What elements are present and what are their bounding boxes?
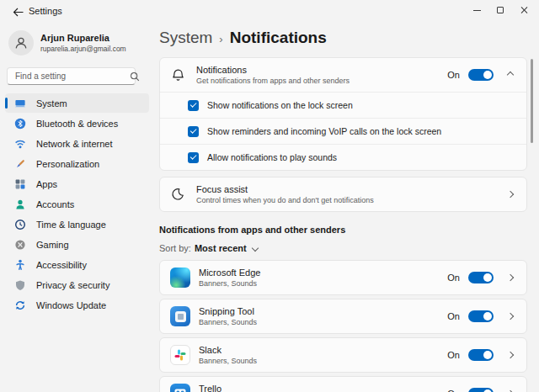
option-row-play-sounds[interactable]: Allow notifications to play sounds [160,144,526,170]
toggle-knob [483,351,492,359]
sidebar-item-personalization[interactable]: Personalization [5,154,149,173]
page-title: Notifications [230,29,327,47]
sidebar-item-time-language[interactable]: Time & language [5,215,149,234]
sidebar: Arjun Ruparelia ruparelia.arjun@gmail.co… [0,25,154,392]
apps-section-header: Notifications from apps and other sender… [159,225,527,235]
app-name: Slack [199,345,447,355]
chevron-right-icon [507,274,514,281]
gaming-icon [14,239,26,251]
notifications-text: Notifications Get notifications from app… [196,65,447,85]
sidebar-item-label: Apps [36,179,57,189]
app-text: Microsoft Edge Banners, Sounds [199,268,447,288]
privacy-icon [14,279,26,291]
maximize-button[interactable] [488,0,512,20]
navigate-button[interactable] [504,275,516,280]
minimize-icon [473,10,481,11]
time-language-icon [14,219,26,230]
search-icon[interactable] [130,72,140,82]
checkbox-reminders-voip[interactable] [188,126,199,137]
chevron-right-icon [507,313,514,320]
edge-toggle[interactable] [468,272,494,283]
option-label: Show reminders and incoming VoIP calls o… [207,126,441,136]
app-text: Snipping Tool Banners, Sounds [199,306,447,326]
app-row-snipping-tool[interactable]: Snipping Tool Banners, Sounds On [159,299,527,334]
app-toggle-state: On [447,389,460,392]
notifications-toggle-state: On [447,70,460,80]
app-row-slack[interactable]: Slack Banners, Sounds On [159,337,527,373]
moon-icon [170,188,185,201]
window-controls [465,0,536,20]
navigate-button[interactable] [504,192,516,197]
notifications-header-row[interactable]: Notifications Get notifications from app… [160,58,526,92]
app-title: Settings [29,6,62,16]
sidebar-item-label: Network & internet [36,139,112,149]
option-label: Allow notifications to play sounds [207,152,337,162]
chevron-right-icon [507,191,514,198]
chevron-right-icon [507,352,514,358]
accessibility-icon [14,259,26,271]
option-row-lock-screen-notifications[interactable]: Show notifications on the lock screen [160,92,526,118]
checkbox-lock-screen-notifications[interactable] [188,100,199,111]
accounts-icon [14,199,26,210]
toggle-knob [483,312,492,320]
app-row-trello[interactable]: Trello Banners, Sounds On [159,376,527,392]
navigate-button[interactable] [504,314,516,319]
bluetooth-icon [14,118,26,130]
notifications-toggle[interactable] [468,69,494,81]
person-icon [13,35,29,50]
slack-toggle[interactable] [468,349,494,361]
sidebar-item-system[interactable]: System [5,93,149,113]
system-icon [14,98,26,109]
user-email: ruparelia.arjun@gmail.com [40,45,126,53]
minimize-button[interactable] [465,0,488,20]
sidebar-item-network-internet[interactable]: Network & internet [5,134,149,153]
app-name: Microsoft Edge [199,268,447,278]
notifications-title: Notifications [196,65,447,75]
breadcrumb-parent[interactable]: System [159,29,212,47]
network-icon [14,138,26,150]
sidebar-item-windows-update[interactable]: Windows Update [5,295,149,315]
sidebar-item-bluetooth-devices[interactable]: Bluetooth & devices [5,114,149,133]
apps-icon [14,178,26,190]
focus-assist-title: Focus assist [196,184,494,194]
sidebar-item-label: Bluetooth & devices [36,119,118,129]
avatar [8,30,34,56]
sidebar-item-label: System [36,98,67,109]
slack-icon [170,345,190,365]
back-button[interactable] [8,4,27,21]
user-account-block: Arjun Ruparelia ruparelia.arjun@gmail.co… [8,30,126,56]
collapse-button[interactable] [504,72,516,77]
app-toggle-state: On [447,311,460,321]
navigate-button[interactable] [504,352,516,358]
app-subtitle: Banners, Sounds [199,279,447,288]
sidebar-item-accounts[interactable]: Accounts [5,194,149,214]
sidebar-item-label: Privacy & security [36,280,109,290]
scrollbar[interactable] [531,59,533,143]
trello-toggle[interactable] [468,388,494,392]
search-input[interactable] [8,72,130,81]
checkmark-icon [190,127,196,133]
sidebar-item-label: Personalization [36,159,99,169]
checkbox-play-sounds[interactable] [188,152,199,163]
sort-by-dropdown[interactable]: Sort by: Most recent [159,243,527,253]
breadcrumb-separator-icon: › [219,33,222,45]
checkmark-icon [190,153,196,159]
snipping-tool-toggle[interactable] [468,310,494,322]
app-subtitle: Banners, Sounds [199,318,447,326]
titlebar: Settings [0,0,539,25]
trello-icon [170,384,190,392]
sort-by-label: Sort by: [159,243,191,253]
microsoft-edge-icon [170,268,190,288]
apps-list: Microsoft Edge Banners, Sounds On Snippi… [159,260,527,392]
sidebar-item-accessibility[interactable]: Accessibility [5,255,149,274]
sidebar-item-gaming[interactable]: Gaming [5,235,149,254]
sidebar-nav: System Bluetooth & devices Network & int… [0,93,154,315]
chevron-up-icon [507,72,514,78]
sidebar-item-privacy-security[interactable]: Privacy & security [5,275,149,294]
close-button[interactable] [512,0,536,20]
app-row-microsoft-edge[interactable]: Microsoft Edge Banners, Sounds On [159,260,527,295]
sidebar-item-label: Time & language [36,220,106,230]
option-row-reminders-voip[interactable]: Show reminders and incoming VoIP calls o… [160,118,526,144]
focus-assist-card[interactable]: Focus assist Control times when you do a… [159,177,527,212]
sidebar-item-apps[interactable]: Apps [5,174,149,193]
